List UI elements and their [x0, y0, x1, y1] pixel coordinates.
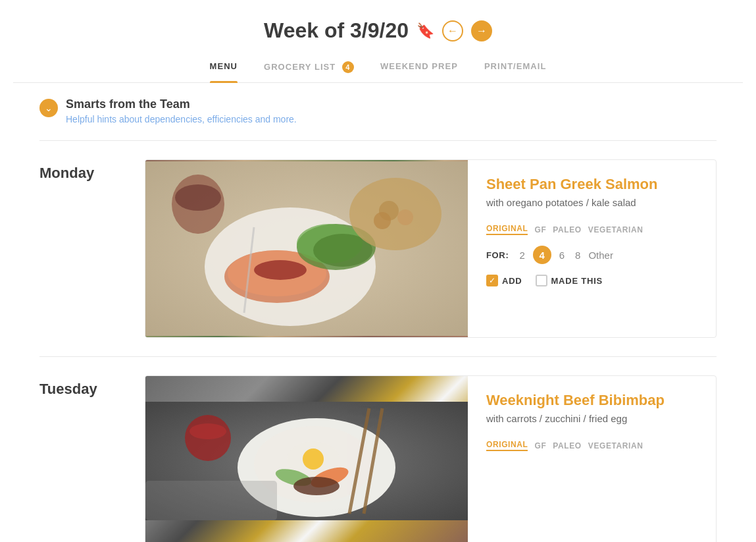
tuesday-tag-vegetarian[interactable]: VEGETARIAN	[588, 441, 643, 450]
divider-1	[39, 140, 717, 141]
tag-paleo[interactable]: PALEO	[553, 225, 581, 234]
monday-label: Monday	[39, 159, 125, 338]
tuesday-section: Tuesday	[39, 362, 717, 542]
smarts-section: ⌄ Smarts from the Team Helpful hints abo…	[39, 83, 717, 135]
tag-vegetarian[interactable]: VEGETARIAN	[588, 225, 643, 234]
made-this-wrapper: MADE THIS	[536, 275, 603, 286]
tab-grocery-label: GROCERY LIST	[264, 62, 336, 72]
monday-servings-row: FOR: 2 4 6 8 Other	[486, 246, 697, 264]
smarts-text: Smarts from the Team Helpful hints about…	[66, 97, 717, 124]
svg-point-4	[254, 260, 307, 280]
made-this-checkbox[interactable]	[536, 275, 547, 286]
add-checkbox[interactable]: ✓	[486, 275, 498, 286]
grocery-badge: 4	[342, 61, 354, 73]
bibimbap-svg	[145, 376, 468, 542]
salmon-image	[145, 160, 468, 337]
svg-point-10	[397, 209, 413, 225]
monday-meal-description: with oregano potatoes / kale salad	[486, 197, 697, 208]
monday-meal-details: Sheet Pan Greek Salmon with oregano pota…	[468, 160, 716, 337]
salmon-svg	[145, 160, 468, 337]
monday-tags: ORIGINAL GF PALEO VEGETARIAN	[486, 224, 697, 235]
monday-meal-name: Sheet Pan Greek Salmon	[486, 176, 697, 193]
svg-point-22	[293, 477, 340, 495]
main-content: ⌄ Smarts from the Team Helpful hints abo…	[0, 83, 756, 542]
next-arrow-icon: →	[476, 25, 487, 37]
monday-meal-image	[145, 160, 468, 337]
serving-other[interactable]: Other	[588, 250, 613, 261]
monday-section: Monday	[39, 146, 717, 351]
servings-label: FOR:	[486, 250, 509, 260]
smarts-title: Smarts from the Team	[66, 97, 717, 111]
svg-rect-27	[145, 481, 277, 520]
page-title: Week of 3/9/20	[264, 18, 409, 43]
tuesday-meal-name: Weeknight Beef Bibimbap	[486, 392, 697, 409]
tab-menu-label: MENU	[210, 61, 238, 71]
tag-original[interactable]: ORIGINAL	[486, 224, 528, 235]
smarts-subtitle: Helpful hints about dependencies, effici…	[66, 114, 717, 124]
tab-print-label: PRINT/EMAIL	[484, 61, 547, 71]
tabs-nav: MENU GROCERY LIST 4 WEEKEND PREP PRINT/E…	[13, 55, 743, 83]
serving-2[interactable]: 2	[517, 248, 527, 262]
chevron-down-icon: ⌄	[45, 103, 53, 113]
bibimbap-image	[145, 376, 468, 542]
tab-print-email[interactable]: PRINT/EMAIL	[484, 55, 547, 82]
serving-8[interactable]: 8	[572, 248, 583, 262]
header: Week of 3/9/20 🔖 ← → MENU GROCERY LIST 4…	[0, 0, 756, 83]
svg-point-19	[303, 448, 324, 470]
divider-2	[39, 356, 717, 357]
monday-meal-card: Sheet Pan Greek Salmon with oregano pota…	[145, 159, 717, 338]
tab-grocery-list[interactable]: GROCERY LIST 4	[264, 55, 354, 82]
tab-weekend-prep[interactable]: WEEKEND PREP	[380, 55, 458, 82]
tuesday-meal-description: with carrots / zucchini / fried egg	[486, 413, 697, 424]
svg-point-13	[175, 184, 221, 211]
add-wrapper: ✓ ADD	[486, 275, 522, 286]
svg-point-24	[189, 423, 226, 439]
tuesday-tag-paleo[interactable]: PALEO	[553, 441, 581, 450]
made-this-label: MADE THIS	[551, 276, 603, 286]
prev-arrow-icon: ←	[447, 25, 458, 37]
tuesday-meal-details: Weeknight Beef Bibimbap with carrots / z…	[468, 376, 716, 542]
monday-actions-row: ✓ ADD MADE THIS	[486, 275, 697, 286]
tab-menu[interactable]: MENU	[210, 55, 238, 82]
tuesday-label: Tuesday	[39, 375, 125, 542]
tuesday-tag-gf[interactable]: GF	[534, 441, 546, 450]
tab-weekend-label: WEEKEND PREP	[380, 61, 458, 71]
next-week-button[interactable]: →	[471, 20, 492, 41]
add-label: ADD	[502, 276, 522, 286]
tag-gf[interactable]: GF	[534, 225, 546, 234]
smarts-icon[interactable]: ⌄	[39, 99, 58, 117]
title-row: Week of 3/9/20 🔖 ← →	[13, 18, 743, 43]
tuesday-tags: ORIGINAL GF PALEO VEGETARIAN	[486, 440, 697, 451]
tuesday-meal-image	[145, 376, 468, 542]
bookmark-icon[interactable]: 🔖	[416, 22, 434, 40]
tuesday-meal-card: Weeknight Beef Bibimbap with carrots / z…	[145, 375, 717, 542]
svg-point-11	[374, 212, 391, 229]
serving-6[interactable]: 6	[557, 248, 567, 262]
tuesday-tag-original[interactable]: ORIGINAL	[486, 440, 528, 451]
prev-week-button[interactable]: ←	[442, 20, 463, 41]
serving-4[interactable]: 4	[533, 246, 551, 264]
